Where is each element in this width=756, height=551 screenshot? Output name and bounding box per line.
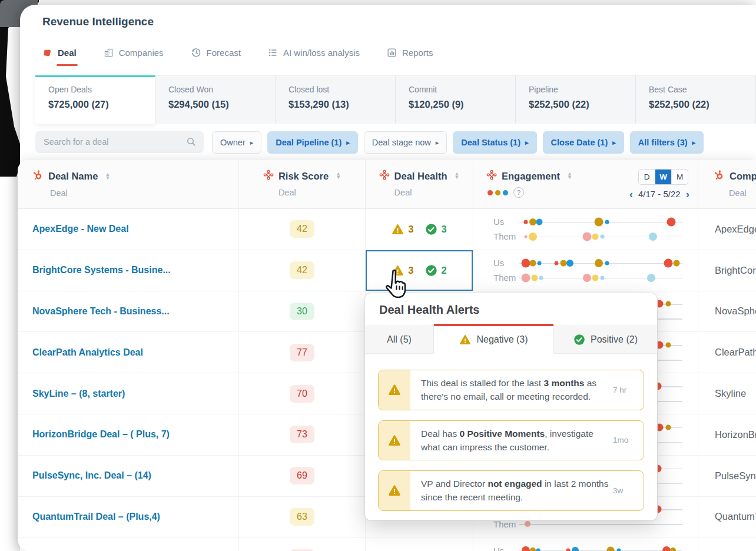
sort-icon[interactable]: ▲▼ bbox=[454, 172, 459, 179]
engagement-them-row: Them bbox=[493, 231, 688, 242]
sort-icon[interactable]: ▲▼ bbox=[105, 173, 110, 180]
engagement-us-row: Us bbox=[493, 258, 688, 268]
risk-score-cell: 42 bbox=[238, 209, 365, 250]
deal-icon bbox=[42, 48, 52, 58]
filter-chip-all-filters-3[interactable]: All filters (3) ▸ bbox=[630, 131, 704, 154]
card-value: $120,250 (9) bbox=[409, 99, 515, 110]
deal-name-link[interactable]: ClearPath Analytics Deal bbox=[32, 347, 143, 358]
deal-name-link[interactable]: QuantumTrail Deal – (Plus,4) bbox=[32, 512, 160, 522]
deal-health-cell[interactable]: 33 bbox=[365, 209, 473, 250]
filter-chip-deal-status-1[interactable]: Deal Status (1) ▸ bbox=[453, 131, 536, 154]
positive-count: 2 bbox=[442, 265, 447, 276]
engagement-dot bbox=[522, 273, 530, 282]
nav-tab-reports[interactable]: Reports bbox=[387, 47, 433, 66]
summary-card-commit[interactable]: Commit $120,250 (9) bbox=[396, 75, 516, 124]
main-nav: DealCompaniesForecastAI win/loss analysi… bbox=[42, 47, 433, 66]
period-option-w[interactable]: W bbox=[655, 170, 671, 184]
chevron-right-icon[interactable]: › bbox=[686, 188, 689, 200]
deal-health-cell[interactable] bbox=[365, 537, 473, 551]
summary-card-closed-lost[interactable]: Closed lost $153,290 (13) bbox=[276, 75, 396, 124]
engagement-dot bbox=[665, 301, 671, 307]
deal-name-link[interactable]: HorizonBridge Deal – ( Plus, 7) bbox=[32, 429, 170, 440]
card-value: $153,290 (13) bbox=[289, 99, 395, 110]
alert-severity-strip bbox=[379, 370, 410, 410]
nav-tab-companies[interactable]: Companies bbox=[104, 47, 164, 66]
card-label: Closed Won bbox=[168, 85, 275, 94]
warning-icon bbox=[459, 334, 471, 346]
popup-tab-label: All (5) bbox=[387, 334, 412, 345]
card-label: Open Deals bbox=[48, 85, 155, 94]
popup-tab-label: Positive (2) bbox=[591, 334, 638, 345]
chevron-right-icon: ▸ bbox=[692, 139, 696, 147]
popup-tab-all-5[interactable]: All (5) bbox=[365, 326, 434, 354]
deal-name-link[interactable]: ApexEdge - New Deal bbox=[32, 224, 129, 234]
company-name: Skyline bbox=[715, 388, 746, 399]
risk-score-cell: 30 bbox=[238, 291, 365, 332]
engagement-dot bbox=[560, 260, 566, 266]
risk-score-pill: 77 bbox=[290, 344, 314, 361]
sort-icon[interactable]: ▲▼ bbox=[336, 172, 341, 179]
company-name: BrightCore Systems bbox=[715, 265, 756, 276]
check-icon bbox=[425, 223, 437, 235]
nav-tab-ai-win-loss-analysis[interactable]: AI win/loss analysis bbox=[268, 47, 360, 66]
cursor-hand-icon bbox=[382, 268, 411, 303]
check-icon bbox=[573, 334, 585, 346]
popup-tab-bar: All (5)Negative (3)Positive (2) bbox=[365, 326, 657, 354]
company-cell: NovaSphere Tech bbox=[698, 291, 756, 332]
company-name: NovaSphere Tech bbox=[715, 306, 756, 317]
engagement-dot bbox=[536, 218, 543, 225]
nav-tab-forecast[interactable]: Forecast bbox=[191, 47, 241, 66]
engagement-them-row: Them bbox=[493, 273, 688, 283]
engagement-them-track bbox=[519, 273, 688, 283]
alert-age: 7 hr bbox=[613, 370, 644, 410]
alert-list: This deal is stalled for the last 3 mont… bbox=[365, 354, 657, 527]
risk-score-cell: 77 bbox=[238, 332, 365, 373]
sort-icon[interactable]: ▲▼ bbox=[567, 172, 572, 179]
engagement-dot bbox=[594, 217, 603, 226]
deal-name-link[interactable]: PulseSync, Inc. Deal – (14) bbox=[32, 470, 151, 481]
engagement-dot bbox=[665, 343, 671, 348]
period-option-m[interactable]: M bbox=[671, 170, 688, 184]
filter-chip-owner[interactable]: Owner ▸ bbox=[212, 131, 261, 154]
company-cell bbox=[698, 537, 756, 551]
active-tab-indicator bbox=[434, 324, 553, 326]
engagement-dot bbox=[673, 260, 679, 266]
help-icon[interactable]: ? bbox=[513, 187, 524, 198]
deal-name-link[interactable]: NovaSphere Tech - Business... bbox=[32, 306, 170, 317]
popup-tab-negative-3[interactable]: Negative (3) bbox=[434, 326, 554, 354]
filter-chip-deal-stage-now[interactable]: Deal stage now ▸ bbox=[364, 131, 447, 154]
popup-tab-positive-2[interactable]: Positive (2) bbox=[554, 326, 657, 354]
search-input[interactable] bbox=[35, 137, 186, 147]
risk-score-pill: 63 bbox=[290, 508, 314, 526]
engagement-dot bbox=[524, 220, 528, 224]
alert-severity-strip bbox=[379, 471, 410, 510]
engagement-dot bbox=[538, 261, 542, 265]
risk-score-cell: 73 bbox=[238, 414, 365, 455]
filter-chip-deal-pipeline-1[interactable]: Deal Pipeline (1) ▸ bbox=[267, 131, 358, 154]
risk-score-cell: 70 bbox=[238, 373, 365, 414]
summary-card-open-deals[interactable]: Open Deals $725,000 (27) bbox=[35, 75, 155, 124]
date-range-nav: ‹ 4/17 - 5/22 › bbox=[629, 188, 689, 200]
nav-tab-label: Deal bbox=[58, 48, 77, 58]
engagement-dot bbox=[667, 217, 676, 226]
deal-name-cell bbox=[18, 537, 238, 551]
chevron-left-icon[interactable]: ‹ bbox=[629, 188, 633, 200]
deal-name-link[interactable]: BrightCore Systems - Busine... bbox=[32, 265, 171, 276]
ai-win-loss-icon bbox=[268, 48, 278, 58]
table-header: Deal Name▲▼ Deal Risk Score▲▼ Deal Deal … bbox=[18, 160, 756, 209]
deal-name-link[interactable]: SkyLine – (8, starter) bbox=[32, 389, 125, 399]
summary-card-best-case[interactable]: Best Case $252,500 (22) bbox=[636, 75, 756, 124]
summary-card-closed-won[interactable]: Closed Won $294,500 (15) bbox=[155, 75, 276, 124]
legend-dot bbox=[488, 190, 493, 195]
alert-severity-strip bbox=[379, 421, 410, 460]
period-option-d[interactable]: D bbox=[639, 170, 655, 184]
summary-card-pipeline[interactable]: Pipeline $252,500 (22) bbox=[516, 75, 636, 124]
risk-score-pill: 42 bbox=[290, 220, 314, 238]
filter-chip-close-date-1[interactable]: Close Date (1) ▸ bbox=[543, 131, 624, 154]
engagement-dot bbox=[529, 260, 536, 266]
company-cell: ClearPath Analytics bbox=[698, 332, 756, 373]
engagement-us-row: Us bbox=[493, 545, 688, 551]
nav-tab-deal[interactable]: Deal bbox=[42, 47, 77, 66]
app-icon bbox=[263, 170, 274, 180]
app-icon bbox=[486, 170, 497, 182]
